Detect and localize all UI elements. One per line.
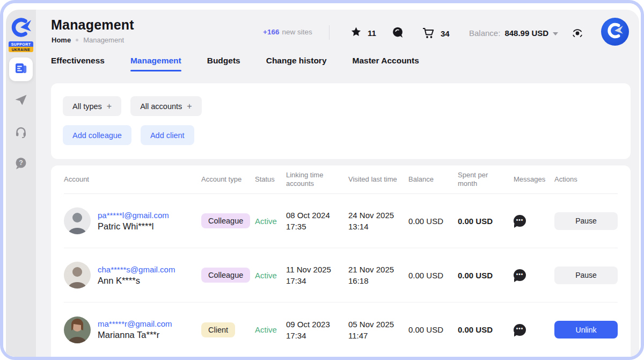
visited-time-cell: 24 Nov 202513:14 [348, 210, 408, 232]
support-label: SUPPORT [9, 41, 33, 47]
chat-bubble-icon [392, 26, 404, 40]
balance-cell: 0.00 USD [408, 271, 458, 280]
message-icon[interactable]: ••• [514, 215, 526, 227]
plus-icon: + [187, 102, 192, 111]
plus-icon: + [107, 102, 112, 111]
account-email-link[interactable]: pa*****l@gmail.com [98, 211, 169, 220]
avatar [64, 207, 91, 234]
linking-time-cell: 09 Oct 202317:34 [286, 319, 348, 341]
breadcrumb-current: Management [83, 36, 124, 44]
notification-button[interactable] [570, 26, 584, 40]
sidebar-nav: ? [9, 57, 33, 184]
status-badge: Active [255, 217, 286, 226]
message-icon[interactable]: ••• [514, 269, 526, 281]
spent-cell: 0.00 USD [458, 325, 514, 334]
account-type-badge: Client [201, 322, 235, 337]
support-ukraine-badge: SUPPORT UKRAINE [9, 41, 33, 52]
sidebar-item-catalog[interactable] [9, 57, 33, 81]
sidebar-item-telegram[interactable] [9, 89, 33, 113]
tab-master-accounts[interactable]: Master Accounts [353, 56, 419, 71]
all-types-label: All types [72, 102, 102, 111]
tab-effectiveness[interactable]: Effectiveness [51, 56, 105, 71]
visited-time-cell: 21 Nov 202516:18 [348, 264, 408, 286]
linking-time-cell: 08 Oct 202417:35 [286, 210, 348, 232]
status-badge: Active [255, 325, 286, 334]
column-header-account: Account [64, 175, 201, 184]
balance-cell: 0.00 USD [408, 217, 458, 226]
avatar [64, 316, 91, 343]
sidebar-item-help[interactable]: ? [9, 153, 33, 176]
topbar: Management Home Management +166new sites [36, 10, 639, 56]
tab-bar: Effectiveness Management Budgets Change … [36, 56, 639, 71]
app-logo[interactable]: SUPPORT UKRAINE [9, 17, 33, 52]
row-action-button[interactable]: Unlink [554, 321, 618, 339]
column-header-status: Status [255, 175, 286, 184]
balance-value: 848.99 USD [504, 28, 548, 38]
collaborator-avatar-icon [605, 21, 625, 42]
tab-change-history[interactable]: Change history [266, 56, 327, 71]
table-header-row: Account Account type Status Linking time… [64, 165, 618, 194]
account-type-badge: Colleague [201, 213, 250, 228]
account-type-badge: Colleague [201, 268, 250, 283]
messages-button[interactable] [392, 26, 404, 40]
breadcrumb-home[interactable]: Home [52, 36, 71, 44]
collaborator-logo-icon [10, 17, 32, 40]
all-types-filter[interactable]: All types + [63, 96, 121, 116]
balance-label: Balance: [469, 28, 500, 38]
app-window: SUPPORT UKRAINE [3, 3, 641, 357]
help-bubble-icon: ? [14, 157, 27, 172]
account-email-link[interactable]: cha*****s@gmail.com [98, 265, 175, 274]
row-action-button[interactable]: Pause [554, 267, 618, 284]
spent-cell: 0.00 USD [458, 217, 514, 226]
balance-dropdown[interactable]: Balance: 848.99 USD [469, 28, 558, 38]
add-client-button[interactable]: Add client [141, 125, 194, 145]
news-document-icon [14, 62, 28, 77]
table-row: pa*****l@gmail.com Patric Whi****l Colle… [64, 194, 618, 248]
tab-management[interactable]: Management [130, 56, 181, 71]
headphones-icon [14, 125, 27, 140]
main-area: Management Home Management +166new sites [36, 10, 639, 357]
accounts-table: Account Account type Status Linking time… [51, 165, 631, 357]
account-name: Ann K****s [98, 276, 175, 286]
chevron-down-icon [553, 32, 558, 35]
table-row: ma*****r@gmail.com Marianna Ta***r Clien… [64, 303, 618, 357]
paper-plane-icon [14, 93, 27, 109]
account-name: Patric Whi****l [98, 221, 169, 232]
column-header-actions: Actions [554, 175, 618, 184]
add-buttons-row: Add colleague Add client [63, 125, 619, 145]
sidebar: SUPPORT UKRAINE [6, 10, 36, 357]
svg-text:?: ? [19, 159, 23, 167]
new-sites-counter[interactable]: +166new sites [263, 28, 312, 36]
account-name: Marianna Ta***r [98, 330, 172, 340]
add-colleague-button[interactable]: Add colleague [63, 125, 131, 145]
visited-time-cell: 05 Nov 202511:47 [348, 319, 408, 341]
account-email-link[interactable]: ma*****r@gmail.com [98, 319, 172, 328]
page-title: Management [51, 17, 134, 33]
filter-row: All types + All accounts + [63, 96, 619, 116]
profile-avatar[interactable] [601, 18, 629, 46]
row-action-button[interactable]: Pause [554, 212, 618, 230]
favorites-count: 11 [368, 28, 376, 38]
column-header-linking-time: Linking time accounts [286, 171, 348, 188]
eye-alert-icon [570, 32, 584, 41]
all-accounts-label: All accounts [140, 102, 182, 111]
column-header-spent: Spent per month [458, 171, 514, 188]
cart-count: 34 [441, 29, 450, 38]
avatar [64, 262, 91, 289]
column-header-account-type: Account type [201, 175, 255, 184]
table-row: cha*****s@gmail.com Ann K****s Colleague… [64, 248, 618, 303]
breadcrumb: Home Management [52, 36, 124, 44]
favorites-button[interactable]: 11 [350, 26, 376, 39]
status-badge: Active [255, 271, 286, 280]
message-icon[interactable]: ••• [514, 324, 526, 336]
sidebar-item-support[interactable] [9, 121, 33, 145]
cart-button[interactable]: 34 [422, 26, 450, 41]
balance-cell: 0.00 USD [408, 325, 458, 334]
all-accounts-filter[interactable]: All accounts + [130, 96, 202, 116]
tab-budgets[interactable]: Budgets [207, 56, 240, 71]
topbar-divider [329, 25, 330, 40]
new-sites-label: new sites [282, 28, 312, 36]
ukraine-label: UKRAINE [9, 47, 33, 52]
column-header-balance: Balance [408, 175, 458, 184]
column-header-visited: Visited last time [348, 175, 408, 184]
